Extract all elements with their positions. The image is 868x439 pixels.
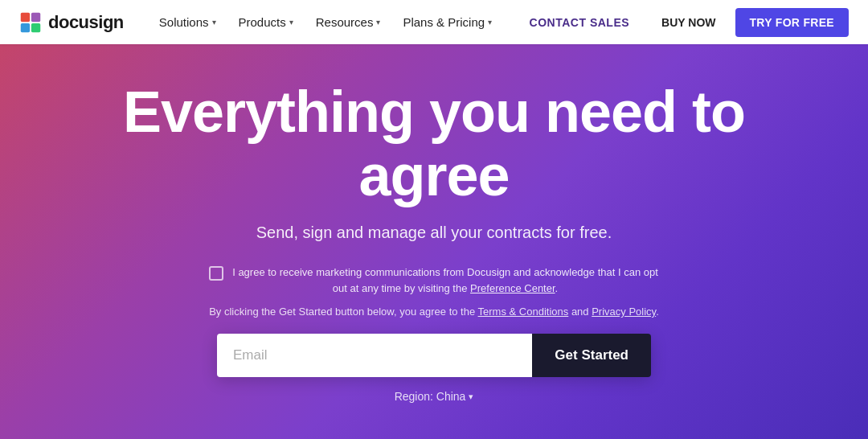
nav-actions: CONTACT SALES BUY NOW TRY FOR FREE [517,8,849,37]
hero-title: Everything you need to agree [72,80,796,207]
logo[interactable]: docusign [19,11,124,34]
get-started-button[interactable]: Get Started [532,334,651,377]
svg-rect-4 [31,23,40,31]
hero-subtitle: Send, sign and manage all your contracts… [256,224,612,242]
tos-text: By clicking the Get Started button below… [209,306,659,318]
logo-icon [19,11,42,34]
products-chevron-icon: ▾ [289,18,293,27]
email-input[interactable] [217,334,532,377]
region-selector[interactable]: Region: China ▾ [395,390,474,403]
region-chevron-icon: ▾ [469,392,473,402]
region-label: Region: China [395,390,466,403]
buy-now-button[interactable]: BUY NOW [649,10,728,35]
navbar: docusign Solutions ▾ Products ▾ Resource… [0,0,868,44]
marketing-consent-row: I agree to receive marketing communicati… [209,265,659,296]
resources-chevron-icon: ▾ [376,18,380,27]
svg-rect-2 [31,12,40,21]
signup-form: Get Started [217,334,651,377]
try-for-free-button[interactable]: TRY FOR FREE [735,8,850,37]
marketing-consent-label: I agree to receive marketing communicati… [231,265,659,296]
logo-text: docusign [48,12,124,33]
marketing-consent-checkbox[interactable] [209,266,223,281]
nav-products[interactable]: Products ▾ [229,10,303,34]
solutions-chevron-icon: ▾ [212,18,216,27]
contact-sales-button[interactable]: CONTACT SALES [517,10,642,35]
nav-links: Solutions ▾ Products ▾ Resources ▾ Plans… [149,10,517,34]
nav-plans-pricing[interactable]: Plans & Pricing ▾ [393,10,502,34]
hero-section: Everything you need to agree Send, sign … [0,44,868,439]
privacy-policy-link[interactable]: Privacy Policy [592,306,656,318]
svg-rect-1 [21,12,30,21]
nav-solutions[interactable]: Solutions ▾ [149,10,226,34]
terms-conditions-link[interactable]: Terms & Conditions [478,306,569,318]
svg-rect-3 [21,23,30,31]
plans-chevron-icon: ▾ [488,18,492,27]
preference-center-link[interactable]: Preference Center [470,282,555,294]
nav-resources[interactable]: Resources ▾ [306,10,391,34]
